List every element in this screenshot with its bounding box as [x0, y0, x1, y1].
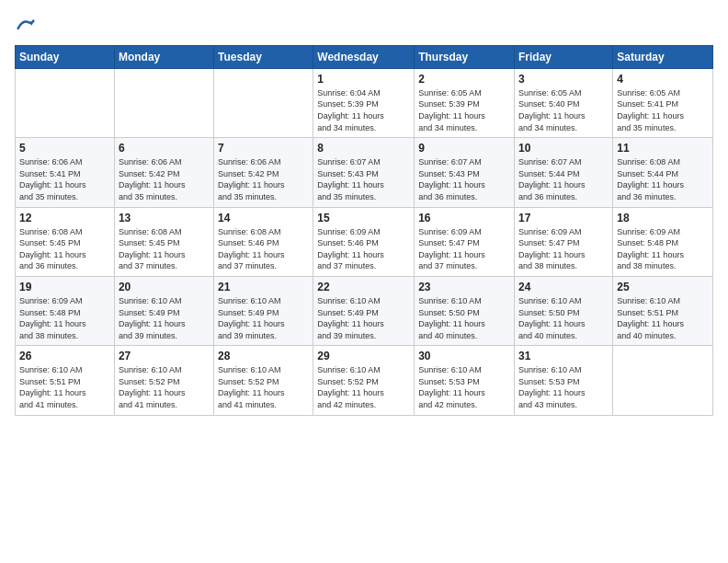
column-header-saturday: Saturday: [613, 45, 713, 68]
day-number: 29: [317, 350, 410, 362]
column-header-tuesday: Tuesday: [214, 45, 313, 68]
day-info: Sunrise: 6:09 AM Sunset: 5:47 PM Dayligh…: [518, 226, 609, 272]
day-info: Sunrise: 6:07 AM Sunset: 5:43 PM Dayligh…: [418, 156, 510, 202]
day-cell-17: 17Sunrise: 6:09 AM Sunset: 5:47 PM Dayli…: [515, 207, 613, 276]
day-number: 16: [418, 212, 510, 224]
day-cell-9: 9Sunrise: 6:07 AM Sunset: 5:43 PM Daylig…: [415, 138, 515, 207]
day-number: 13: [119, 212, 210, 224]
day-number: 28: [218, 350, 309, 362]
calendar-week-3: 12Sunrise: 6:08 AM Sunset: 5:45 PM Dayli…: [16, 207, 713, 276]
day-number: 10: [518, 142, 609, 155]
day-info: Sunrise: 6:10 AM Sunset: 5:50 PM Dayligh…: [518, 295, 609, 341]
day-info: Sunrise: 6:05 AM Sunset: 5:39 PM Dayligh…: [418, 87, 510, 133]
day-number: 11: [617, 142, 709, 155]
day-number: 2: [418, 73, 510, 86]
day-cell-23: 23Sunrise: 6:10 AM Sunset: 5:50 PM Dayli…: [415, 276, 515, 345]
day-cell-18: 18Sunrise: 6:09 AM Sunset: 5:48 PM Dayli…: [613, 207, 713, 276]
day-cell-5: 5Sunrise: 6:06 AM Sunset: 5:41 PM Daylig…: [16, 138, 115, 207]
day-info: Sunrise: 6:10 AM Sunset: 5:52 PM Dayligh…: [317, 364, 410, 410]
day-info: Sunrise: 6:08 AM Sunset: 5:44 PM Dayligh…: [617, 156, 709, 202]
day-info: Sunrise: 6:10 AM Sunset: 5:53 PM Dayligh…: [518, 364, 609, 410]
day-cell-24: 24Sunrise: 6:10 AM Sunset: 5:50 PM Dayli…: [515, 276, 613, 345]
day-info: Sunrise: 6:10 AM Sunset: 5:50 PM Dayligh…: [418, 295, 510, 341]
day-info: Sunrise: 6:09 AM Sunset: 5:48 PM Dayligh…: [617, 226, 709, 272]
day-info: Sunrise: 6:10 AM Sunset: 5:51 PM Dayligh…: [19, 364, 110, 410]
day-number: 21: [218, 281, 309, 293]
day-cell-20: 20Sunrise: 6:10 AM Sunset: 5:49 PM Dayli…: [114, 276, 213, 345]
day-info: Sunrise: 6:10 AM Sunset: 5:53 PM Dayligh…: [418, 364, 510, 410]
day-info: Sunrise: 6:10 AM Sunset: 5:49 PM Dayligh…: [218, 295, 309, 341]
column-header-monday: Monday: [114, 45, 213, 68]
day-cell-31: 31Sunrise: 6:10 AM Sunset: 5:53 PM Dayli…: [515, 346, 613, 415]
day-number: 1: [317, 73, 410, 86]
day-number: 12: [19, 212, 110, 224]
day-number: 19: [19, 281, 110, 293]
day-number: 3: [518, 73, 609, 86]
day-info: Sunrise: 6:05 AM Sunset: 5:41 PM Dayligh…: [617, 87, 709, 133]
day-info: Sunrise: 6:10 AM Sunset: 5:52 PM Dayligh…: [218, 364, 309, 410]
day-info: Sunrise: 6:10 AM Sunset: 5:52 PM Dayligh…: [119, 364, 210, 410]
day-number: 30: [418, 350, 510, 362]
day-number: 22: [317, 281, 410, 293]
day-info: Sunrise: 6:06 AM Sunset: 5:42 PM Dayligh…: [119, 156, 210, 202]
day-number: 26: [19, 350, 110, 362]
day-cell-30: 30Sunrise: 6:10 AM Sunset: 5:53 PM Dayli…: [415, 346, 515, 415]
day-info: Sunrise: 6:06 AM Sunset: 5:42 PM Dayligh…: [218, 156, 309, 202]
day-number: 5: [19, 142, 110, 155]
day-info: Sunrise: 6:08 AM Sunset: 5:45 PM Dayligh…: [119, 226, 210, 272]
day-info: Sunrise: 6:10 AM Sunset: 5:49 PM Dayligh…: [317, 295, 410, 341]
calendar-week-2: 5Sunrise: 6:06 AM Sunset: 5:41 PM Daylig…: [16, 138, 713, 207]
day-info: Sunrise: 6:10 AM Sunset: 5:51 PM Dayligh…: [617, 295, 709, 341]
day-number: 23: [418, 281, 510, 293]
day-cell-22: 22Sunrise: 6:10 AM Sunset: 5:49 PM Dayli…: [313, 276, 415, 345]
day-info: Sunrise: 6:09 AM Sunset: 5:48 PM Dayligh…: [19, 295, 110, 341]
calendar-header-row: SundayMondayTuesdayWednesdayThursdayFrid…: [16, 45, 713, 68]
day-cell-26: 26Sunrise: 6:10 AM Sunset: 5:51 PM Dayli…: [16, 346, 115, 415]
day-info: Sunrise: 6:06 AM Sunset: 5:41 PM Dayligh…: [19, 156, 110, 202]
day-info: Sunrise: 6:07 AM Sunset: 5:44 PM Dayligh…: [518, 156, 609, 202]
day-number: 9: [418, 142, 510, 155]
day-cell-15: 15Sunrise: 6:09 AM Sunset: 5:46 PM Dayli…: [313, 207, 415, 276]
day-info: Sunrise: 6:08 AM Sunset: 5:45 PM Dayligh…: [19, 226, 110, 272]
empty-cell: [16, 68, 115, 137]
column-header-friday: Friday: [515, 45, 613, 68]
day-cell-8: 8Sunrise: 6:07 AM Sunset: 5:43 PM Daylig…: [313, 138, 415, 207]
column-header-thursday: Thursday: [415, 45, 515, 68]
calendar-week-4: 19Sunrise: 6:09 AM Sunset: 5:48 PM Dayli…: [16, 276, 713, 345]
day-cell-10: 10Sunrise: 6:07 AM Sunset: 5:44 PM Dayli…: [515, 138, 613, 207]
day-info: Sunrise: 6:05 AM Sunset: 5:40 PM Dayligh…: [518, 87, 609, 133]
day-number: 6: [119, 142, 210, 155]
calendar-week-1: 1Sunrise: 6:04 AM Sunset: 5:39 PM Daylig…: [16, 68, 713, 137]
day-cell-19: 19Sunrise: 6:09 AM Sunset: 5:48 PM Dayli…: [16, 276, 115, 345]
logo-text: [15, 15, 35, 38]
day-info: Sunrise: 6:08 AM Sunset: 5:46 PM Dayligh…: [218, 226, 309, 272]
day-number: 17: [518, 212, 609, 224]
day-number: 18: [617, 212, 709, 224]
calendar-table: SundayMondayTuesdayWednesdayThursdayFrid…: [15, 45, 713, 416]
column-header-wednesday: Wednesday: [313, 45, 415, 68]
day-cell-16: 16Sunrise: 6:09 AM Sunset: 5:47 PM Dayli…: [415, 207, 515, 276]
day-info: Sunrise: 6:09 AM Sunset: 5:46 PM Dayligh…: [317, 226, 410, 272]
day-number: 7: [218, 142, 309, 155]
day-cell-4: 4Sunrise: 6:05 AM Sunset: 5:41 PM Daylig…: [613, 68, 713, 137]
day-cell-2: 2Sunrise: 6:05 AM Sunset: 5:39 PM Daylig…: [415, 68, 515, 137]
calendar-week-5: 26Sunrise: 6:10 AM Sunset: 5:51 PM Dayli…: [16, 346, 713, 415]
day-number: 24: [518, 281, 609, 293]
day-cell-21: 21Sunrise: 6:10 AM Sunset: 5:49 PM Dayli…: [214, 276, 313, 345]
day-number: 8: [317, 142, 410, 155]
day-info: Sunrise: 6:10 AM Sunset: 5:49 PM Dayligh…: [119, 295, 210, 341]
day-number: 25: [617, 281, 709, 293]
day-number: 31: [518, 350, 609, 362]
day-cell-3: 3Sunrise: 6:05 AM Sunset: 5:40 PM Daylig…: [515, 68, 613, 137]
day-cell-11: 11Sunrise: 6:08 AM Sunset: 5:44 PM Dayli…: [613, 138, 713, 207]
day-cell-29: 29Sunrise: 6:10 AM Sunset: 5:52 PM Dayli…: [313, 346, 415, 415]
empty-cell: [114, 68, 213, 137]
day-number: 4: [617, 73, 709, 86]
day-info: Sunrise: 6:04 AM Sunset: 5:39 PM Dayligh…: [317, 87, 410, 133]
day-number: 14: [218, 212, 309, 224]
empty-cell: [613, 346, 713, 415]
day-number: 27: [119, 350, 210, 362]
day-cell-13: 13Sunrise: 6:08 AM Sunset: 5:45 PM Dayli…: [114, 207, 213, 276]
day-cell-14: 14Sunrise: 6:08 AM Sunset: 5:46 PM Dayli…: [214, 207, 313, 276]
day-cell-28: 28Sunrise: 6:10 AM Sunset: 5:52 PM Dayli…: [214, 346, 313, 415]
